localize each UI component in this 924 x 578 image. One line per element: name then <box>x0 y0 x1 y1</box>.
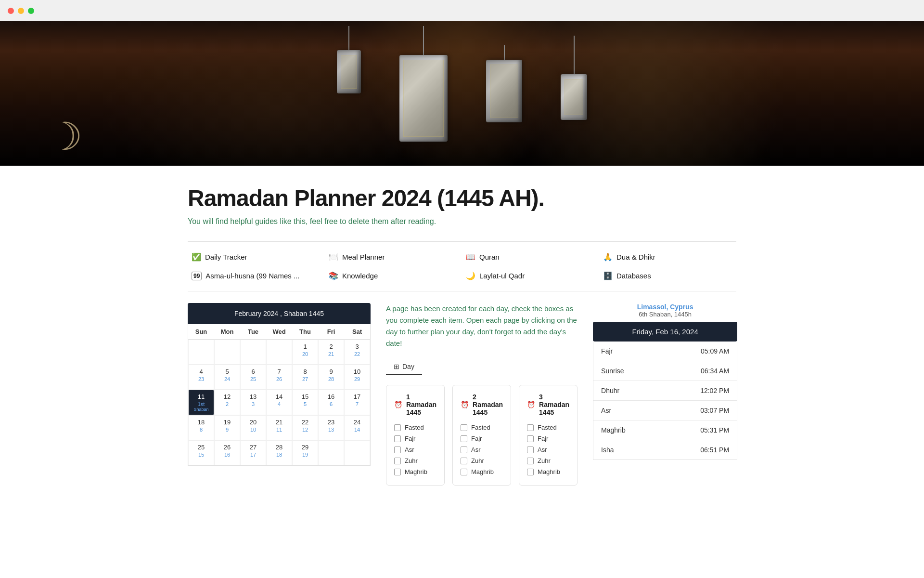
checkbox[interactable] <box>461 458 467 464</box>
page-title: Ramadan Planner 2024 (1445 AH). <box>188 185 736 211</box>
day-card[interactable]: ⏰1 Ramadan 1445FastedFajrAsrZuhrMaghrib <box>386 385 445 486</box>
number-99-icon: 99 <box>192 272 202 280</box>
calendar-day[interactable]: 2414 <box>344 415 370 440</box>
page-subtitle: You will find helpful guides like this, … <box>188 217 736 226</box>
calendar-day[interactable]: 2212 <box>292 415 318 440</box>
day-card[interactable]: ⏰2 Ramadan 1445FastedFajrAsrZuhrMaghrib <box>452 385 511 486</box>
checkbox[interactable] <box>394 435 401 442</box>
day-card-title: ⏰3 Ramadan 1445 <box>527 393 569 416</box>
database-icon: 🗄️ <box>603 271 613 280</box>
checkbox[interactable] <box>394 458 401 464</box>
checklist-item[interactable]: Fasted <box>461 422 503 433</box>
calendar-day[interactable]: 827 <box>292 365 318 390</box>
calendar-day[interactable]: 122 <box>214 390 240 415</box>
checkbox[interactable] <box>394 424 401 431</box>
checkbox[interactable] <box>461 447 467 453</box>
prayer-list: Fajr05:09 AMSunrise06:34 AMDhuhr12:02 PM… <box>593 342 737 460</box>
calendar-day[interactable]: 2717 <box>240 440 266 465</box>
calendar-day <box>240 340 266 365</box>
weekday-fri: Fri <box>318 324 344 339</box>
calendar-day[interactable]: 155 <box>292 390 318 415</box>
calendar-day <box>214 340 240 365</box>
calendar-day[interactable]: 166 <box>318 390 344 415</box>
calendar-day[interactable]: 188 <box>188 415 214 440</box>
prayer-name: Isha <box>601 446 614 454</box>
calendar-day[interactable]: 2313 <box>318 415 344 440</box>
calendar-day[interactable]: 2515 <box>188 440 214 465</box>
calendar-day[interactable]: 2111 <box>266 415 292 440</box>
lantern-decoration <box>0 21 924 166</box>
checkbox[interactable] <box>527 447 534 453</box>
checkbox[interactable] <box>527 424 534 431</box>
calendar-day[interactable]: 726 <box>266 365 292 390</box>
checklist-item[interactable]: Maghrib <box>527 466 569 477</box>
checklist-item[interactable]: Asr <box>394 444 436 455</box>
calendar-day[interactable]: 625 <box>240 365 266 390</box>
calendar-day[interactable]: 199 <box>214 415 240 440</box>
crescent-star-icon: 🌙 <box>466 271 475 280</box>
nav-asma[interactable]: 99 Asma-ul-husna (99 Names ... <box>188 268 325 283</box>
prayer-date-header: Friday, Feb 16, 2024 <box>593 322 737 342</box>
tab-day[interactable]: ⊞ Day <box>386 359 422 375</box>
alarm-icon: ⏰ <box>394 401 402 408</box>
calendar-day[interactable]: 2818 <box>266 440 292 465</box>
checklist-item[interactable]: Fasted <box>527 422 569 433</box>
nav-dua-dhikr[interactable]: 🙏 Dua & Dhikr <box>599 250 736 264</box>
calendar-day[interactable]: 133 <box>240 390 266 415</box>
day-card-title: ⏰1 Ramadan 1445 <box>394 393 436 416</box>
nav-laylat[interactable]: 🌙 Laylat-ul Qadr <box>462 268 599 283</box>
nav-meal-planner-label: Meal Planner <box>342 253 385 261</box>
checkbox[interactable] <box>527 458 534 464</box>
checkbox[interactable] <box>527 435 534 442</box>
calendar-day[interactable]: 144 <box>266 390 292 415</box>
nav-quran[interactable]: 📖 Quran <box>462 250 599 264</box>
nav-databases-label: Databases <box>616 272 651 280</box>
checkbox[interactable] <box>527 469 534 475</box>
checklist-item[interactable]: Fajr <box>461 433 503 444</box>
checkbox[interactable] <box>461 435 467 442</box>
checklist-item[interactable]: Fasted <box>394 422 436 433</box>
checklist-item[interactable]: Maghrib <box>461 466 503 477</box>
calendar-day[interactable]: 1029 <box>344 365 370 390</box>
calendar-day[interactable]: 2919 <box>292 440 318 465</box>
minimize-button[interactable] <box>18 8 24 14</box>
prayer-name: Sunrise <box>601 367 624 375</box>
checklist-item[interactable]: Fajr <box>527 433 569 444</box>
calendar-day[interactable]: 120 <box>292 340 318 365</box>
day-card-title-text: 1 Ramadan 1445 <box>406 393 436 416</box>
checklist-label: Maghrib <box>405 468 427 475</box>
checklist-item[interactable]: Asr <box>527 444 569 455</box>
maximize-button[interactable] <box>28 8 34 14</box>
checklist-label: Fajr <box>538 435 548 442</box>
nav-databases[interactable]: 🗄️ Databases <box>599 268 736 283</box>
nav-meal-planner[interactable]: 🍽️ Meal Planner <box>325 250 462 264</box>
checklist-item[interactable]: Zuhr <box>461 455 503 466</box>
checklist-label: Asr <box>471 446 481 453</box>
calendar-day[interactable]: 524 <box>214 365 240 390</box>
checklist-item[interactable]: Zuhr <box>394 455 436 466</box>
calendar-day[interactable]: 928 <box>318 365 344 390</box>
nav-daily-tracker[interactable]: ✅ Daily Tracker <box>188 250 325 264</box>
checklist-label: Maghrib <box>538 468 560 475</box>
calendar-day[interactable]: 221 <box>318 340 344 365</box>
checkbox[interactable] <box>461 469 467 475</box>
close-button[interactable] <box>8 8 14 14</box>
prayer-item: Asr03:07 PM <box>593 401 737 420</box>
calendar-day[interactable]: 322 <box>344 340 370 365</box>
calendar-day[interactable]: 423 <box>188 365 214 390</box>
checkbox[interactable] <box>394 447 401 453</box>
checklist-item[interactable]: Zuhr <box>527 455 569 466</box>
nav-laylat-label: Laylat-ul Qadr <box>479 272 525 280</box>
navigation-links: ✅ Daily Tracker 🍽️ Meal Planner 📖 Quran … <box>188 250 736 283</box>
calendar-day[interactable]: 2010 <box>240 415 266 440</box>
calendar-day[interactable]: 2616 <box>214 440 240 465</box>
checklist-item[interactable]: Maghrib <box>394 466 436 477</box>
checkbox[interactable] <box>461 424 467 431</box>
calendar-day[interactable]: 111stShaban <box>188 390 214 415</box>
day-card[interactable]: ⏰3 Ramadan 1445FastedFajrAsrZuhrMaghrib <box>519 385 578 486</box>
checkbox[interactable] <box>394 469 401 475</box>
checklist-item[interactable]: Fajr <box>394 433 436 444</box>
nav-knowledge[interactable]: 📚 Knowledge <box>325 268 462 283</box>
checklist-item[interactable]: Asr <box>461 444 503 455</box>
calendar-day[interactable]: 177 <box>344 390 370 415</box>
